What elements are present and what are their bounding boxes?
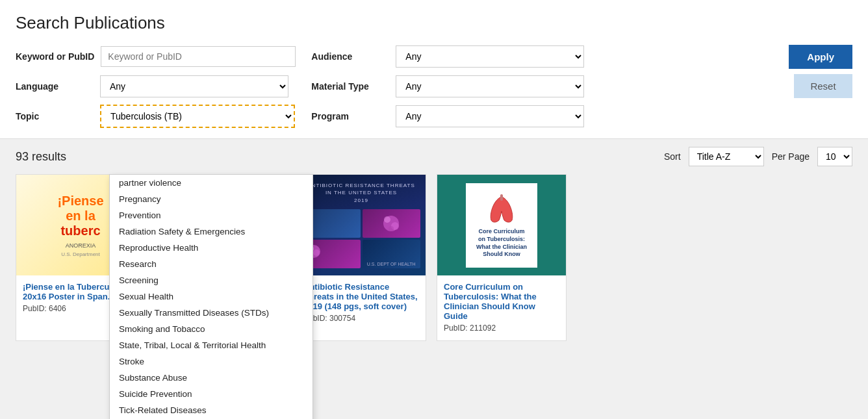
- keyword-input[interactable]: [101, 46, 296, 67]
- language-label: Language: [16, 81, 94, 92]
- audience-label: Audience: [311, 51, 389, 62]
- keyword-field-group: Keyword or PubID: [16, 46, 296, 67]
- svg-point-7: [384, 216, 390, 223]
- program-label: Program: [311, 111, 389, 121]
- dropdown-item-state[interactable]: State, Tribal, Local & Territorial Healt…: [110, 337, 313, 353]
- search-panel: Search Publications Keyword or PubID Aud…: [0, 0, 868, 139]
- topic-select[interactable]: Tuberculosis (TB): [100, 105, 295, 128]
- svg-rect-13: [500, 194, 503, 201]
- audience-field-group: Audience Any General Public Health Profe…: [311, 45, 584, 68]
- actions-col: Apply Reset: [600, 45, 852, 98]
- dropdown-item-pregnancy[interactable]: Pregnancy: [110, 191, 313, 207]
- apply-button[interactable]: Apply: [789, 45, 852, 69]
- results-sort-area: Sort Title A-Z Title Z-A Newest First Ol…: [664, 147, 852, 166]
- dropdown-item-substance[interactable]: Substance Abuse: [110, 370, 313, 386]
- dropdown-item-prevention[interactable]: Prevention: [110, 207, 313, 223]
- perpage-label: Per Page: [772, 151, 810, 162]
- results-count: 93 results: [16, 150, 66, 164]
- dropdown-item-sexual[interactable]: Sexual Health: [110, 288, 313, 305]
- audience-select[interactable]: Any General Public Health Professionals …: [396, 45, 584, 68]
- card-4-body: Core Curriculum on Tuberculosis: What th…: [437, 275, 566, 333]
- svg-point-9: [389, 226, 394, 231]
- topic-label: Topic: [16, 111, 94, 121]
- card-3-body: Antibiotic Resistance Threats in the Uni…: [297, 275, 426, 333]
- keyword-label: Keyword or PubID: [16, 51, 94, 62]
- card-4-title[interactable]: Core Curriculum on Tuberculosis: What th…: [444, 282, 559, 321]
- card-3[interactable]: ANTIBIOTIC RESISTANCE THREATSIN THE UNIT…: [296, 174, 426, 341]
- sort-select[interactable]: Title A-Z Title Z-A Newest First Oldest …: [689, 147, 764, 166]
- card-3-title[interactable]: Antibiotic Resistance Threats in the Uni…: [303, 282, 419, 311]
- reset-button[interactable]: Reset: [794, 74, 852, 98]
- svg-point-12: [313, 249, 320, 256]
- results-bar: 93 results Sort Title A-Z Title Z-A Newe…: [0, 139, 868, 174]
- page-title: Search Publications: [16, 13, 852, 33]
- card-3-pubid: PubID: 300754: [303, 314, 419, 323]
- dropdown-item-radiation[interactable]: Radiation Safety & Emergencies: [110, 223, 313, 240]
- lung-icon: [482, 192, 521, 224]
- dropdown-item-research[interactable]: Research: [110, 256, 313, 272]
- card-4-pubid: PubID: 211092: [444, 324, 559, 333]
- dropdown-item-std[interactable]: Sexually Transmitted Diseases (STDs): [110, 305, 313, 321]
- program-select[interactable]: Any NCHHSTP NCEZID NCCDPHP: [396, 105, 584, 127]
- dropdown-item-screening[interactable]: Screening: [110, 272, 313, 288]
- topic-field-group: Topic Tuberculosis (TB): [16, 105, 296, 128]
- material-type-field-group: Material Type Any Brochure Fact Sheet Po…: [311, 75, 584, 97]
- dropdown-item-stroke[interactable]: Stroke: [110, 353, 313, 370]
- dropdown-item-smoking[interactable]: Smoking and Tobacco: [110, 321, 313, 337]
- dropdown-list: partner violence Pregnancy Prevention Ra…: [110, 175, 313, 419]
- card-4-image: Core Curriculumon Tuberculosis:What the …: [437, 175, 566, 275]
- card-3-image: ANTIBIOTIC RESISTANCE THREATSIN THE UNIT…: [297, 175, 426, 275]
- bacteria-icon-1: [379, 212, 403, 235]
- material-type-select[interactable]: Any Brochure Fact Sheet Poster Report Bo…: [396, 75, 584, 97]
- dropdown-item-partner-violence[interactable]: partner violence: [110, 175, 313, 191]
- topic-dropdown[interactable]: partner violence Pregnancy Prevention Ra…: [109, 174, 313, 419]
- dropdown-item-reproductive[interactable]: Reproductive Health: [110, 240, 313, 256]
- search-form: Keyword or PubID Audience Any General Pu…: [16, 45, 852, 128]
- program-field-group: Program Any NCHHSTP NCEZID NCCDPHP: [311, 105, 584, 127]
- card-4[interactable]: Core Curriculumon Tuberculosis:What the …: [437, 174, 567, 341]
- perpage-select[interactable]: 10 25 50: [817, 147, 852, 166]
- sort-label: Sort: [664, 151, 681, 162]
- language-select[interactable]: Any English Spanish French Chinese Vietn…: [100, 75, 288, 97]
- language-field-group: Language Any English Spanish French Chin…: [16, 75, 296, 97]
- dropdown-item-tick[interactable]: Tick-Related Diseases: [110, 402, 313, 418]
- dropdown-item-suicide[interactable]: Suicide Prevention: [110, 386, 313, 402]
- page-wrapper: Search Publications Keyword or PubID Aud…: [0, 0, 868, 419]
- material-type-label: Material Type: [311, 81, 389, 92]
